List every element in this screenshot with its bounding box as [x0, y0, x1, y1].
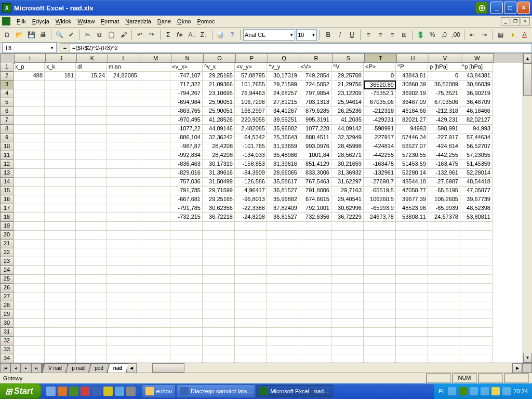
- row-header[interactable]: 12: [0, 160, 14, 169]
- font-size-select[interactable]: 10▼: [296, 29, 317, 41]
- cell[interactable]: [139, 284, 170, 292]
- cell[interactable]: 36,48709: [460, 98, 493, 107]
- cell[interactable]: [203, 354, 235, 363]
- cell[interactable]: [45, 345, 76, 354]
- cell[interactable]: [14, 354, 45, 363]
- cell[interactable]: [460, 337, 493, 345]
- cell[interactable]: [460, 319, 493, 328]
- row-header[interactable]: 17: [0, 204, 14, 213]
- cell[interactable]: [428, 354, 460, 363]
- cell[interactable]: [460, 310, 493, 319]
- cell[interactable]: [107, 151, 139, 160]
- cell[interactable]: [396, 266, 428, 275]
- cell[interactable]: 57446,34: [396, 134, 428, 142]
- cell[interactable]: <P>: [364, 63, 396, 72]
- cell[interactable]: -227917: [364, 134, 396, 142]
- align-center-icon[interactable]: ≡: [375, 29, 385, 41]
- cell[interactable]: [76, 89, 107, 98]
- cell[interactable]: 35,48986: [267, 151, 299, 160]
- cell[interactable]: 53,80811: [460, 213, 493, 222]
- cell[interactable]: [14, 160, 45, 169]
- cell[interactable]: [139, 231, 170, 240]
- undo-icon[interactable]: ↶: [135, 29, 145, 41]
- vscroll-track[interactable]: [523, 63, 532, 353]
- row-header[interactable]: 25: [0, 275, 14, 284]
- cell[interactable]: [107, 98, 139, 107]
- cell[interactable]: [364, 257, 396, 266]
- col-header-Q[interactable]: Q: [268, 54, 300, 63]
- cell[interactable]: -429,231: [428, 116, 460, 125]
- cell[interactable]: [460, 328, 493, 337]
- cell[interactable]: [107, 328, 139, 337]
- cell[interactable]: [45, 354, 76, 363]
- start-button[interactable]: ⊞Start: [0, 383, 42, 399]
- cell[interactable]: [364, 292, 396, 301]
- cell[interactable]: x_k: [45, 63, 76, 72]
- row-header[interactable]: 13: [0, 169, 14, 178]
- cell[interactable]: [428, 292, 460, 301]
- row-header[interactable]: 20: [0, 231, 14, 240]
- row-header[interactable]: 7: [0, 116, 14, 125]
- ql-icon[interactable]: [69, 387, 78, 396]
- tray-icon[interactable]: [470, 387, 478, 395]
- cell[interactable]: [396, 292, 428, 301]
- cell[interactable]: [45, 328, 76, 337]
- cell[interactable]: [235, 345, 267, 354]
- cell[interactable]: 44,09142: [331, 125, 364, 134]
- cell[interactable]: -598991: [364, 125, 396, 134]
- cell[interactable]: 29,25165: [203, 195, 235, 204]
- cell[interactable]: 43,84381: [460, 72, 493, 81]
- cell[interactable]: [139, 292, 170, 301]
- cell[interactable]: [139, 169, 170, 178]
- cell[interactable]: [107, 142, 139, 151]
- cell[interactable]: [45, 257, 76, 266]
- cell[interactable]: [107, 187, 139, 195]
- cell[interactable]: [331, 328, 364, 337]
- cell[interactable]: 36,81527: [267, 187, 299, 195]
- print-icon[interactable]: 🖶: [37, 29, 48, 41]
- cell[interactable]: [299, 310, 331, 319]
- cell[interactable]: 36487,09: [396, 98, 428, 107]
- cell[interactable]: 47,05877: [460, 187, 493, 195]
- cell[interactable]: [45, 107, 76, 116]
- cell[interactable]: 833,3006: [299, 169, 331, 178]
- cell[interactable]: [76, 178, 107, 187]
- doc-minimize-button[interactable]: _: [501, 17, 510, 25]
- scroll-right-button[interactable]: ▶: [512, 363, 522, 373]
- cell[interactable]: [203, 345, 235, 354]
- cell[interactable]: [299, 248, 331, 257]
- tab-first-button[interactable]: |◂: [0, 363, 10, 373]
- cell[interactable]: [14, 178, 45, 187]
- close-button[interactable]: ×: [517, 2, 530, 14]
- cell[interactable]: [267, 284, 299, 292]
- cell[interactable]: [45, 187, 76, 195]
- cell[interactable]: -65,5195: [428, 187, 460, 195]
- cell[interactable]: [76, 337, 107, 345]
- cell[interactable]: -132,961: [428, 169, 460, 178]
- cell[interactable]: [14, 142, 45, 151]
- cell[interactable]: [139, 257, 170, 266]
- cell[interactable]: -65,9939: [428, 204, 460, 213]
- cell[interactable]: [299, 328, 331, 337]
- col-header-T[interactable]: T: [365, 54, 397, 63]
- cell[interactable]: 993,0976: [299, 142, 331, 151]
- cell[interactable]: 25,36643: [267, 134, 299, 142]
- cell[interactable]: [76, 98, 107, 107]
- cell[interactable]: [267, 354, 299, 363]
- font-select[interactable]: Arial CE▼: [243, 29, 295, 41]
- cell[interactable]: [45, 292, 76, 301]
- vscroll-thumb[interactable]: [523, 63, 532, 96]
- cell[interactable]: [107, 319, 139, 328]
- italic-icon[interactable]: I: [335, 29, 345, 41]
- cell[interactable]: [170, 275, 203, 284]
- cell[interactable]: [14, 222, 45, 231]
- cell[interactable]: [428, 337, 460, 345]
- cell[interactable]: -424,814: [428, 142, 460, 151]
- row-header[interactable]: 27: [0, 292, 14, 301]
- cell[interactable]: [45, 240, 76, 248]
- cell[interactable]: [267, 319, 299, 328]
- cell[interactable]: 749,2854: [299, 72, 331, 81]
- cell[interactable]: [76, 116, 107, 125]
- cell[interactable]: [203, 337, 235, 345]
- increase-decimal-icon[interactable]: ,0: [438, 29, 449, 41]
